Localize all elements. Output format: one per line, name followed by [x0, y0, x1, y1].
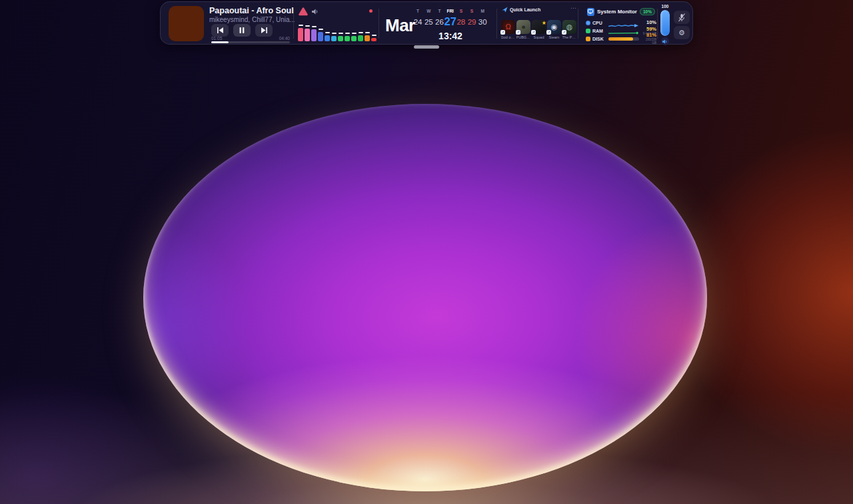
- app-glyph: ◍: [566, 23, 573, 31]
- calendar-date: 29: [468, 18, 476, 27]
- calendar-month: Mar: [385, 15, 415, 36]
- player-controls: [211, 24, 273, 37]
- volume-slider[interactable]: [660, 10, 670, 36]
- disk-progress-fill: [608, 37, 633, 41]
- calendar-date: 24: [414, 18, 423, 27]
- visualizer-peak-cap: [352, 33, 357, 34]
- visualizer-bars: [298, 13, 377, 41]
- cpu-label: CPU: [592, 21, 606, 25]
- shortcut-arrow-badge: ↗: [531, 30, 536, 35]
- volume-level: 100: [659, 4, 671, 9]
- app-glyph: ●: [521, 23, 526, 31]
- disk-value: 81%: [641, 33, 656, 38]
- app-label: PUBG-BA...: [516, 35, 531, 39]
- shortcut-arrow-badge: ↗: [516, 30, 520, 35]
- calendar-date: 25: [425, 18, 433, 27]
- cpu-value: 10%: [641, 20, 656, 25]
- app-icon: Ω↗: [501, 20, 515, 34]
- shortcut-arrow-badge: ↗: [562, 30, 566, 35]
- time-total: 04:40: [279, 36, 290, 41]
- cpu-icon: [586, 21, 590, 25]
- calendar-date: 26: [435, 18, 444, 27]
- music-progress-bar[interactable]: [211, 41, 290, 43]
- visualizer-peak-cap: [359, 32, 363, 33]
- quick-launch-app[interactable]: ◉↗Steam: [547, 20, 561, 39]
- visualizer-bar: [345, 33, 350, 41]
- visualizer-peak-cap: [339, 33, 343, 34]
- visualizer-peak-cap: [319, 29, 323, 30]
- calendar-day-of-week: S: [470, 8, 473, 14]
- app-icon: ◉↗: [547, 20, 561, 34]
- calendar-day-of-week: T: [417, 8, 419, 14]
- app-icon: ●↗: [516, 20, 530, 34]
- visualizer-peak-cap: [305, 25, 310, 27]
- time-elapsed: 01:05: [211, 36, 222, 41]
- disk-row: DISK 81% 193/238 GB: [586, 35, 656, 43]
- quick-launch-app[interactable]: ◍↗The Part...: [562, 20, 576, 39]
- pause-button[interactable]: [233, 24, 251, 37]
- calendar-day[interactable]: FRI27: [445, 8, 456, 27]
- calendar-day-of-week: W: [426, 8, 430, 14]
- calendar-date: 30: [478, 18, 487, 27]
- disk-icon: [586, 37, 590, 41]
- visualizer-bar: [351, 33, 357, 41]
- system-monitor-header: System Monitor 10%: [587, 7, 655, 16]
- calendar-days: T24W25T26FRI27S28S29M30: [413, 8, 488, 27]
- previous-icon: [217, 27, 224, 33]
- ram-label: RAM: [592, 29, 606, 33]
- app-label: Squad: [532, 35, 546, 39]
- calendar-day-of-week: T: [438, 8, 440, 14]
- calendar-day-of-week: S: [460, 8, 462, 14]
- visualizer-peak-cap: [345, 33, 350, 34]
- visualizer-bar: [325, 32, 330, 41]
- visualizer-bar: [358, 32, 363, 41]
- quick-launch-app[interactable]: Ω↗God of ...: [501, 20, 515, 39]
- app-glyph: ★: [542, 19, 546, 27]
- next-track-button[interactable]: [255, 24, 273, 37]
- app-glyph: ◉: [551, 23, 558, 31]
- shortcut-arrow-badge: ↗: [500, 30, 505, 35]
- pause-icon: [239, 27, 245, 33]
- visualizer-bar: [318, 29, 323, 41]
- visualizer-peak-cap: [312, 26, 317, 27]
- system-monitor-icon: [587, 8, 594, 16]
- calendar-day[interactable]: S28: [456, 8, 466, 27]
- divider: [496, 9, 497, 39]
- previous-track-button[interactable]: [211, 24, 229, 37]
- volume-speaker-button[interactable]: [661, 37, 669, 45]
- album-art: [169, 6, 204, 41]
- settings-button[interactable]: ⚙: [674, 26, 690, 39]
- track-artist: mikeeysmind, Chill77, Unia...: [209, 16, 295, 23]
- app-label: Steam: [547, 35, 562, 39]
- speaker-icon: [662, 39, 668, 44]
- disk-detail: 193/238 GB: [641, 38, 656, 45]
- track-title: Papaoutai - Afro Soul: [209, 6, 295, 15]
- quick-launch-header: Quick Launch ⋯: [502, 6, 576, 13]
- calendar-day[interactable]: W25: [423, 8, 434, 27]
- quick-launch-app[interactable]: ★↗Squad: [532, 20, 546, 39]
- visualizer-bar: [305, 25, 310, 41]
- visualizer-bar: [338, 33, 343, 41]
- divider: [578, 9, 578, 39]
- calendar-day-of-week: M: [481, 8, 484, 14]
- cpu-sparkline: [608, 19, 639, 26]
- app-label: The Part...: [562, 35, 577, 39]
- mic-mute-button[interactable]: [674, 11, 690, 24]
- visualizer-peak-cap: [325, 32, 330, 33]
- shortcut-arrow-badge: ↗: [546, 30, 551, 35]
- quick-launch-overflow-button[interactable]: ⋯: [570, 5, 576, 11]
- widget-bar-drag-handle[interactable]: [414, 45, 439, 49]
- track-times: 01:05 04:40: [211, 36, 290, 41]
- ram-value: 59%: [641, 27, 656, 32]
- visualizer-peak-cap: [299, 25, 303, 26]
- app-glyph: Ω: [505, 23, 510, 31]
- calendar-day[interactable]: T24: [413, 8, 423, 27]
- visualizer-peak-cap: [365, 32, 370, 33]
- calendar-day[interactable]: M30: [477, 8, 488, 27]
- disk-usage-bar: [608, 35, 639, 42]
- gear-icon: ⚙: [678, 29, 685, 37]
- calendar-date: 27: [444, 16, 456, 27]
- quick-launch-app[interactable]: ●↗PUBG-BA...: [516, 20, 530, 39]
- calendar-day[interactable]: S29: [466, 8, 477, 27]
- calendar-day[interactable]: T26: [434, 8, 444, 27]
